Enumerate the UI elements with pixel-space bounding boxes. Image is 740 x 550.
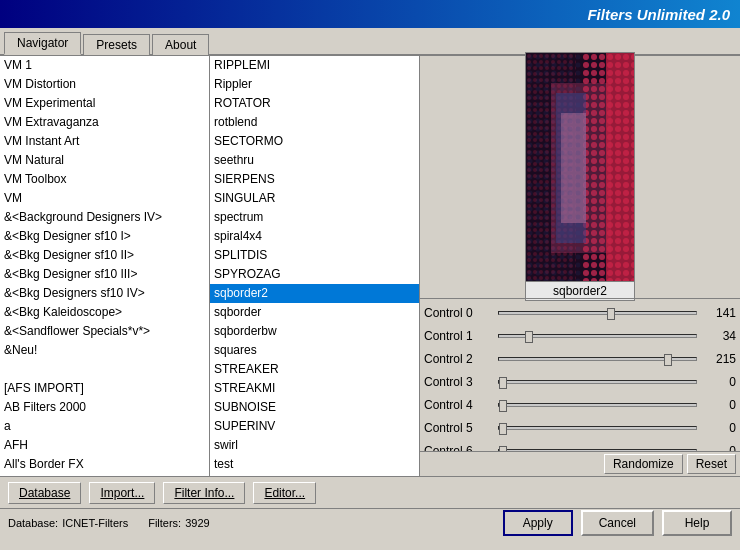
list-item[interactable]: VM Toolbox — [0, 170, 209, 189]
control-row-3: Control 3 0 — [424, 372, 736, 392]
randomize-reset-bar: Randomize Reset — [420, 451, 740, 476]
list-item[interactable]: sqborder2 — [210, 284, 419, 303]
filters-value: 3929 — [185, 517, 209, 529]
svg-rect-10 — [606, 53, 635, 282]
preview-image — [525, 52, 635, 282]
randomize-button[interactable]: Randomize — [604, 454, 683, 474]
editor-button[interactable]: Editor... — [253, 482, 316, 504]
control-row-5: Control 5 0 — [424, 418, 736, 438]
control-row-6: Control 6 0 — [424, 441, 736, 451]
status-bar: Database: ICNET-Filters Filters: 3929 Ap… — [0, 508, 740, 536]
list-item[interactable]: AFH — [0, 436, 209, 455]
reset-button[interactable]: Reset — [687, 454, 736, 474]
list-item[interactable]: &Neu! — [0, 341, 209, 360]
database-value: ICNET-Filters — [62, 517, 128, 529]
list-item[interactable]: SIERPENS — [210, 170, 419, 189]
list-item[interactable]: &<Bkg Designer sf10 III> — [0, 265, 209, 284]
control-1-label: Control 1 — [424, 329, 494, 343]
list-item[interactable]: All's Border FX — [0, 455, 209, 474]
tab-navigator[interactable]: Navigator — [4, 32, 81, 55]
list-item[interactable]: VM — [0, 189, 209, 208]
list-item[interactable]: &<Bkg Kaleidoscope> — [0, 303, 209, 322]
list-item[interactable]: a — [0, 417, 209, 436]
control-6-value: 0 — [701, 444, 736, 451]
control-2-label: Control 2 — [424, 352, 494, 366]
list-item[interactable]: spiral4x4 — [210, 227, 419, 246]
list-item[interactable]: &<Bkg Designers sf10 IV> — [0, 284, 209, 303]
list-item[interactable]: swirl — [210, 436, 419, 455]
list-item[interactable]: tile — [210, 474, 419, 476]
list-item[interactable]: SECTORMO — [210, 132, 419, 151]
list-item[interactable]: [AFS IMPORT] — [0, 379, 209, 398]
main-content: VM 1 VM Distortion VM Experimental VM Ex… — [0, 56, 740, 476]
control-5-label: Control 5 — [424, 421, 494, 435]
control-row-0: Control 0 141 — [424, 303, 736, 323]
list-item[interactable]: SPLITDIS — [210, 246, 419, 265]
list-item[interactable]: Rippler — [210, 75, 419, 94]
control-5-value: 0 — [701, 421, 736, 435]
left-panel: VM 1 VM Distortion VM Experimental VM Ex… — [0, 56, 210, 476]
list-item[interactable]: VM Natural — [0, 151, 209, 170]
control-row-1: Control 1 34 — [424, 326, 736, 346]
control-3-value: 0 — [701, 375, 736, 389]
middle-panel: RIPPLEMI Rippler ROTATOR rotblend SECTOR… — [210, 56, 420, 476]
list-item[interactable]: SUPERINV — [210, 417, 419, 436]
database-status: Database: ICNET-Filters — [8, 517, 128, 529]
control-2-value: 215 — [701, 352, 736, 366]
separator — [420, 298, 740, 299]
control-4-value: 0 — [701, 398, 736, 412]
filters-status: Filters: 3929 — [148, 517, 209, 529]
list-item[interactable]: squares — [210, 341, 419, 360]
control-row-2: Control 2 215 — [424, 349, 736, 369]
preview-area: sqborder2 — [420, 56, 740, 296]
list-item[interactable]: RIPPLEMI — [210, 56, 419, 75]
list-item[interactable]: &<Bkg Designer sf10 II> — [0, 246, 209, 265]
list-item[interactable]: VM Experimental — [0, 94, 209, 113]
control-3-label: Control 3 — [424, 375, 494, 389]
list-item[interactable]: SINGULAR — [210, 189, 419, 208]
control-0-value: 141 — [701, 306, 736, 320]
apply-cancel-area: Apply Cancel Help — [230, 510, 732, 536]
help-button[interactable]: Help — [662, 510, 732, 536]
list-item[interactable]: All's Power Grads — [0, 474, 209, 476]
list-item[interactable]: &<Sandflower Specials*v*> — [0, 322, 209, 341]
list-item[interactable]: rotblend — [210, 113, 419, 132]
list-item[interactable]: &<Bkg Designer sf10 I> — [0, 227, 209, 246]
title-bar: Filters Unlimited 2.0 — [0, 0, 740, 28]
bottom-toolbar: Database Import... Filter Info... Editor… — [0, 476, 740, 508]
tab-presets[interactable]: Presets — [83, 34, 150, 55]
control-1-value: 34 — [701, 329, 736, 343]
cancel-button[interactable]: Cancel — [581, 510, 654, 536]
control-4-label: Control 4 — [424, 398, 494, 412]
list-item[interactable]: VM Extravaganza — [0, 113, 209, 132]
list-item[interactable]: spectrum — [210, 208, 419, 227]
filter-info-button[interactable]: Filter Info... — [163, 482, 245, 504]
database-label: Database: — [8, 517, 58, 529]
list-item[interactable]: SPYROZAG — [210, 265, 419, 284]
list-item[interactable]: AB Filters 2000 — [0, 398, 209, 417]
list-item[interactable]: SUBNOISE — [210, 398, 419, 417]
title-text: Filters Unlimited 2.0 — [587, 6, 730, 23]
filters-label: Filters: — [148, 517, 181, 529]
list-item[interactable]: sqborderbw — [210, 322, 419, 341]
list-item[interactable]: VM 1 — [0, 56, 209, 75]
list-item[interactable]: sqborder — [210, 303, 419, 322]
control-6-label: Control 6 — [424, 444, 494, 451]
database-button[interactable]: Database — [8, 482, 81, 504]
controls-area: Control 0 141 Control 1 34 Contr — [420, 301, 740, 451]
control-0-label: Control 0 — [424, 306, 494, 320]
list-item[interactable]: ROTATOR — [210, 94, 419, 113]
tab-about[interactable]: About — [152, 34, 209, 55]
list-item[interactable]: STREAKER — [210, 360, 419, 379]
list-item[interactable]: seethru — [210, 151, 419, 170]
list-item[interactable]: VM Instant Art — [0, 132, 209, 151]
list-item[interactable]: &<Background Designers IV> — [0, 208, 209, 227]
list-item[interactable]: VM Distortion — [0, 75, 209, 94]
right-panel: sqborder2 Control 0 141 Control 1 — [420, 56, 740, 476]
apply-button[interactable]: Apply — [503, 510, 573, 536]
control-row-4: Control 4 0 — [424, 395, 736, 415]
import-button[interactable]: Import... — [89, 482, 155, 504]
list-item[interactable]: STREAKMI — [210, 379, 419, 398]
list-item — [0, 360, 209, 379]
list-item[interactable]: test — [210, 455, 419, 474]
